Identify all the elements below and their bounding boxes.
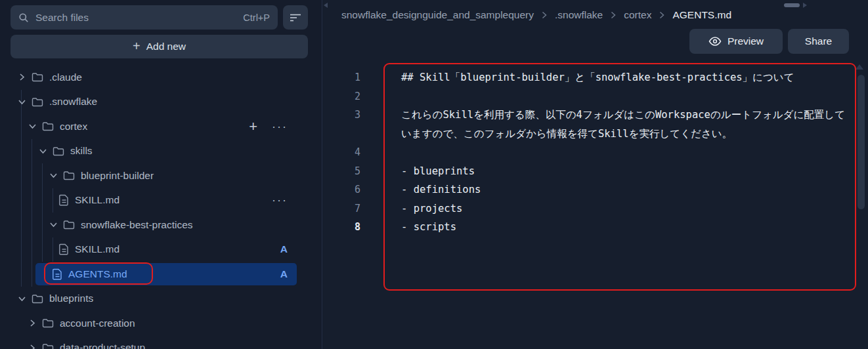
- item-label: data-product-setup: [60, 342, 145, 349]
- breadcrumb-item-workspace[interactable]: snowflake_designguide_and_samplequery: [341, 9, 534, 21]
- breadcrumb-item-cortex[interactable]: cortex: [624, 9, 651, 21]
- eye-icon: [708, 37, 722, 46]
- line-number: 4: [323, 143, 360, 162]
- hscroll-right-arrow[interactable]: [803, 3, 807, 8]
- code-line: 4: [323, 143, 868, 162]
- chevron-down-icon[interactable]: [28, 122, 37, 131]
- file-tree: .claude .snowflake cortex + ···: [0, 65, 322, 349]
- hscroll-left-arrow[interactable]: [324, 3, 328, 8]
- folder-icon: [53, 146, 64, 156]
- share-button[interactable]: Share: [788, 29, 849, 54]
- search-icon: [18, 12, 29, 23]
- line-text: [401, 143, 848, 162]
- chevron-right-icon[interactable]: [28, 319, 37, 328]
- plus-icon: +: [133, 39, 141, 52]
- line-number: 1: [323, 68, 360, 87]
- item-label: snowflake-best-practices: [81, 219, 193, 231]
- sidebar-item-skills[interactable]: skills: [0, 139, 322, 164]
- code-line: 7 - projects: [323, 199, 868, 218]
- folder-icon: [63, 171, 75, 180]
- chevron-down-icon[interactable]: [49, 171, 58, 180]
- sidebar-item-account-creation[interactable]: account-creation: [0, 311, 322, 336]
- git-status-badge: A: [280, 243, 288, 255]
- preview-button[interactable]: Preview: [689, 29, 783, 54]
- code-line: 8 - scripts: [323, 218, 868, 237]
- sidebar-item-blueprint-builder[interactable]: blueprint-builder: [0, 163, 322, 188]
- sidebar-item-snowflake[interactable]: .snowflake: [0, 90, 322, 115]
- file-icon: [53, 268, 62, 280]
- folder-icon: [63, 220, 75, 230]
- chevron-right-icon[interactable]: [28, 343, 37, 349]
- line-number-active: 8: [323, 218, 360, 237]
- item-label: skills: [70, 145, 93, 157]
- sidebar-item-blueprints[interactable]: blueprints: [0, 287, 322, 312]
- code-line: 5 - blueprints: [323, 162, 868, 181]
- line-text: - projects: [401, 199, 848, 218]
- sidebar-item-snowflake-best-practices[interactable]: snowflake-best-practices: [0, 213, 322, 237]
- sidebar-item-skill-md-1[interactable]: SKILL.md ···: [0, 188, 322, 213]
- folder-icon: [42, 121, 54, 131]
- sidebar-item-skill-md-2[interactable]: SKILL.md A: [0, 237, 322, 262]
- folder-icon: [32, 97, 43, 107]
- folder-icon: [42, 318, 54, 328]
- line-text: [401, 87, 848, 106]
- folder-icon: [32, 72, 43, 82]
- vscroll-thumb[interactable]: [857, 75, 865, 209]
- hscroll-thumb[interactable]: [784, 3, 800, 7]
- git-status-badge: A: [280, 268, 288, 280]
- chevron-down-icon[interactable]: [17, 294, 26, 303]
- chevron-down-icon[interactable]: [17, 97, 26, 106]
- chevron-right-icon[interactable]: [17, 73, 26, 82]
- search-input[interactable]: [35, 12, 238, 24]
- sidebar-item-claude[interactable]: .claude: [0, 65, 322, 90]
- line-number: 2: [323, 87, 360, 106]
- item-label: .snowflake: [49, 96, 97, 108]
- line-text: ## Skill「blueprint-builder」と「snowflake-b…: [401, 68, 848, 87]
- sort-files-button[interactable]: [283, 5, 308, 30]
- code-line: 1 ## Skill「blueprint-builder」と「snowflake…: [323, 68, 868, 87]
- more-options-icon[interactable]: ···: [272, 121, 288, 133]
- item-label: account-creation: [60, 318, 135, 329]
- sidebar-topbar: Ctrl+P: [11, 5, 308, 30]
- line-number: 6: [323, 180, 360, 199]
- line-text: - blueprints: [401, 162, 848, 181]
- sidebar-item-data-product-setup[interactable]: data-product-setup: [0, 336, 322, 349]
- item-label: blueprint-builder: [81, 170, 154, 182]
- search-files-box[interactable]: Ctrl+P: [11, 5, 278, 30]
- item-label: AGENTS.md: [68, 268, 127, 280]
- line-text: これらのSkillを利用する際、以下の4フォルダはこのWorkspaceのルート…: [401, 106, 848, 143]
- file-icon: [59, 194, 69, 206]
- vscroll-up-arrow[interactable]: [856, 64, 863, 70]
- editor-pane: snowflake_designguide_and_samplequery .s…: [323, 0, 868, 349]
- search-shortcut: Ctrl+P: [243, 12, 270, 23]
- line-number: 3: [323, 106, 360, 125]
- line-number: 5: [323, 162, 360, 181]
- chevron-right-icon: [659, 11, 664, 19]
- breadcrumb-item-snowflake[interactable]: .snowflake: [555, 9, 603, 21]
- item-label: SKILL.md: [75, 243, 119, 255]
- line-text: - scripts: [401, 218, 848, 237]
- file-explorer-sidebar: Ctrl+P + Add new .claude: [0, 0, 322, 349]
- add-file-icon[interactable]: +: [249, 119, 257, 134]
- breadcrumb: snowflake_designguide_and_samplequery .s…: [341, 8, 731, 22]
- sort-icon: [290, 13, 301, 22]
- line-number: 7: [323, 199, 360, 218]
- preview-label: Preview: [727, 35, 764, 47]
- chevron-right-icon: [542, 11, 547, 19]
- chevron-down-icon[interactable]: [49, 220, 58, 230]
- file-icon: [59, 243, 69, 255]
- folder-icon: [32, 294, 43, 304]
- item-label: blueprints: [49, 293, 93, 304]
- folder-icon: [42, 343, 54, 349]
- more-options-icon[interactable]: ···: [272, 194, 288, 206]
- add-new-button[interactable]: + Add new: [11, 35, 308, 58]
- sidebar-item-cortex[interactable]: cortex + ···: [0, 114, 322, 139]
- chevron-down-icon[interactable]: [38, 146, 47, 155]
- add-new-label: Add new: [146, 41, 186, 52]
- sidebar-item-agents-md[interactable]: AGENTS.md A: [0, 262, 322, 287]
- line-text: - definitions: [401, 180, 848, 199]
- item-label: .claude: [49, 72, 82, 83]
- chevron-right-icon: [611, 11, 616, 19]
- share-label: Share: [805, 35, 832, 47]
- code-editor[interactable]: 1 ## Skill「blueprint-builder」と「snowflake…: [323, 68, 868, 237]
